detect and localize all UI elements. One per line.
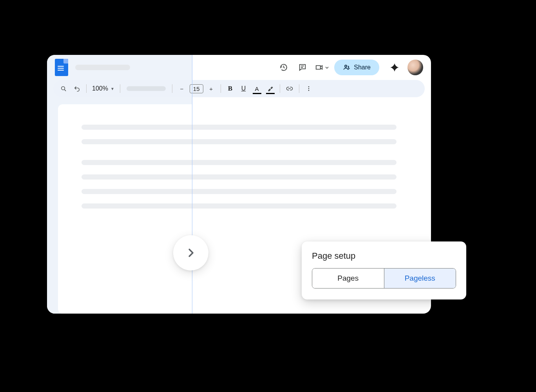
text-color-button[interactable]: A — [251, 82, 263, 95]
share-button[interactable]: Share — [334, 60, 379, 75]
font-size-increase[interactable]: + — [205, 82, 217, 95]
undo-icon — [74, 85, 80, 92]
toolbar: 100% ▼ − 15 + B U A — [53, 80, 425, 97]
text-placeholder — [81, 125, 397, 130]
page-setup-segmented-control: Pages Pageless — [312, 268, 456, 289]
transition-indicator — [173, 235, 208, 270]
comment-icon — [298, 63, 307, 72]
page-setup-popover: Page setup Pages Pageless — [302, 241, 466, 299]
caret-down-icon: ▼ — [110, 87, 114, 91]
svg-point-0 — [345, 65, 347, 67]
font-selector-placeholder[interactable] — [127, 86, 166, 91]
pageless-option[interactable]: Pageless — [384, 269, 456, 288]
zoom-selector[interactable]: 100% ▼ — [90, 85, 117, 92]
doc-title-placeholder[interactable] — [75, 65, 130, 70]
highlight-button[interactable] — [264, 82, 277, 95]
search-button[interactable] — [57, 82, 70, 95]
user-avatar[interactable] — [407, 60, 423, 75]
svg-point-3 — [308, 88, 309, 89]
font-size-decrease[interactable]: − — [176, 82, 188, 95]
text-placeholder — [81, 189, 397, 194]
svg-point-1 — [61, 86, 65, 90]
insert-link-button[interactable] — [283, 82, 296, 95]
bold-button[interactable]: B — [224, 82, 237, 95]
history-icon — [279, 63, 288, 72]
people-icon — [343, 64, 351, 71]
meet-button[interactable] — [313, 60, 330, 75]
more-vert-icon — [306, 85, 312, 92]
more-options-button[interactable] — [302, 82, 315, 95]
zoom-value: 100% — [92, 85, 108, 92]
docs-logo-icon[interactable] — [55, 59, 68, 76]
text-placeholder — [81, 139, 397, 144]
undo-button[interactable] — [71, 82, 83, 95]
page-setup-title: Page setup — [312, 251, 456, 261]
sparkle-icon — [389, 62, 400, 73]
header-bar: Share — [47, 55, 431, 80]
gemini-button[interactable] — [389, 62, 400, 73]
link-icon — [286, 85, 293, 92]
svg-point-4 — [308, 90, 309, 91]
video-icon — [315, 63, 324, 72]
svg-point-2 — [308, 86, 309, 87]
caret-down-icon — [325, 66, 329, 69]
search-icon — [60, 85, 67, 92]
text-placeholder — [81, 174, 397, 180]
toolbar-container: 100% ▼ − 15 + B U A — [47, 80, 431, 97]
underline-button[interactable]: U — [237, 82, 250, 95]
text-placeholder — [81, 160, 397, 165]
share-label: Share — [354, 64, 371, 71]
page-boundary-line — [192, 55, 192, 314]
pages-option[interactable]: Pages — [312, 269, 384, 288]
text-placeholder — [81, 203, 397, 209]
history-button[interactable] — [276, 60, 292, 75]
highlighter-icon — [267, 85, 273, 92]
chevron-right-icon — [185, 247, 197, 259]
comments-button[interactable] — [295, 60, 310, 75]
